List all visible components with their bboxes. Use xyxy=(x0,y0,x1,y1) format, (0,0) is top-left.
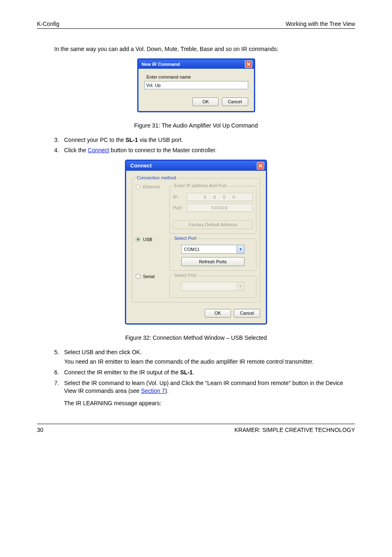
dialog-title-text: Connect xyxy=(130,162,152,169)
figure-31-caption: Figure 31: The Audio Amplifier Vol Up Co… xyxy=(37,122,355,129)
step-4: 4. Click the Connect button to connect t… xyxy=(54,146,355,155)
header-left: K-Config xyxy=(37,21,59,27)
close-icon[interactable] xyxy=(257,162,264,169)
ir-learning-para: The IR LEARNING message appears: xyxy=(64,399,355,408)
radio-icon xyxy=(136,184,141,189)
usb-select-port-group: Select Port COM11 ▼ Refresh Ports xyxy=(169,239,256,271)
serial-radio[interactable]: Serial xyxy=(136,274,169,279)
radio-icon xyxy=(136,274,141,279)
port-input: 50000 xyxy=(187,204,253,212)
figure-32-caption: Figure 32: Connection Method Window – US… xyxy=(37,334,355,341)
factory-default-button: Factory Default Address xyxy=(173,220,253,229)
page-number: 30 xyxy=(37,427,44,433)
command-name-input[interactable] xyxy=(144,81,248,89)
usb-radio[interactable]: USB xyxy=(136,237,169,242)
serial-select-port-group: Select Port ▼ xyxy=(169,276,256,298)
radio-icon xyxy=(136,237,141,242)
dialog-title-text: New IR Command xyxy=(142,62,180,67)
chevron-down-icon: ▼ xyxy=(237,282,244,290)
connection-method-group: Connection method Ethernet Enter IP addr… xyxy=(132,178,260,302)
step-6: 6. Connect the IR emitter to the IR outp… xyxy=(54,369,355,377)
connect-dialog: Connect Connection method Ethernet xyxy=(125,160,267,325)
cancel-button[interactable]: Cancel xyxy=(234,309,260,318)
step-7: 7. Select the IR command to learn (Vol. … xyxy=(54,379,355,395)
footer-brand: KRAMER: SIMPLE CREATIVE TECHNOLOGY xyxy=(234,427,355,433)
usb-port-combo[interactable]: COM11 ▼ xyxy=(181,245,244,254)
ethernet-radio: Ethernet xyxy=(136,184,169,189)
ok-button[interactable]: OK xyxy=(205,309,231,318)
command-name-label: Enter command name xyxy=(147,74,248,79)
step-5: 5. Select USB and then click OK. You nee… xyxy=(54,348,355,366)
cancel-button[interactable]: Cancel xyxy=(222,97,248,106)
section-7-link[interactable]: Section 7 xyxy=(141,388,165,394)
ok-button[interactable]: OK xyxy=(192,97,219,106)
step-3: 3. Connect your PC to the SL-1 via the U… xyxy=(54,136,355,144)
chevron-down-icon: ▼ xyxy=(237,245,244,253)
ip-address-group: Enter IP address And Port IP: 0 . 0 . 0 … xyxy=(169,186,256,234)
dialog-titlebar: New IR Command xyxy=(138,60,254,69)
header-rule xyxy=(37,28,355,29)
new-ir-command-dialog: New IR Command Enter command name OK Can… xyxy=(137,58,255,112)
connect-link[interactable]: Connect xyxy=(88,147,109,153)
header-right: Working with the Tree View xyxy=(286,21,355,27)
refresh-ports-button[interactable]: Refresh Ports xyxy=(181,257,244,266)
group-legend: Connection method xyxy=(136,175,177,180)
footer-rule xyxy=(37,424,355,424)
dialog-titlebar: Connect xyxy=(126,161,266,171)
ip-input: 0 . 0 . 0 . 0 xyxy=(187,193,253,201)
serial-port-combo: ▼ xyxy=(181,282,244,291)
ip-label: IP: xyxy=(173,195,187,200)
intro-text: In the same way you can add a Vol. Down,… xyxy=(54,45,355,53)
close-icon[interactable] xyxy=(245,60,252,68)
port-label: Port: xyxy=(173,205,187,210)
